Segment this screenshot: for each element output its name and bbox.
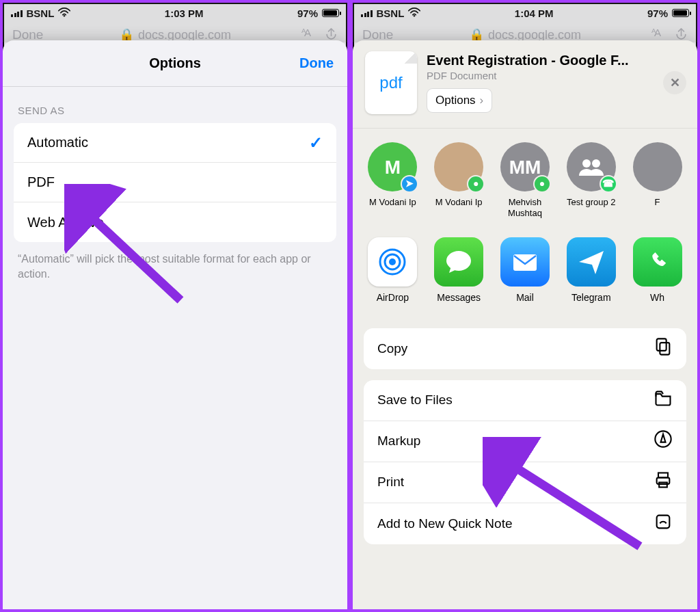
markup-icon: [654, 429, 673, 453]
action-markup[interactable]: Markup: [364, 421, 686, 462]
app-icon: [633, 237, 682, 287]
app-name: Mail: [496, 292, 554, 303]
phone-right: BSNL 1:04 PM 97% Done 🔒docs.google.com ᴬ…: [350, 0, 700, 612]
svg-point-4: [592, 159, 600, 168]
action-label: Print: [377, 475, 404, 490]
svg-rect-10: [657, 338, 667, 350]
contact-item[interactable]: F: [628, 142, 686, 219]
option-label: Web Archive: [27, 215, 104, 230]
avatar: MM●: [500, 142, 550, 191]
close-button[interactable]: ✕: [663, 71, 686, 94]
app-name: AirDrop: [364, 292, 422, 303]
action-add-to-new-quick-note[interactable]: Add to New Quick Note: [364, 503, 686, 544]
app-icon: [567, 237, 616, 287]
app-icon: [368, 237, 417, 287]
contact-item[interactable]: ●M Vodani Ip: [430, 142, 488, 219]
share-subtitle: PDF Document: [427, 70, 654, 81]
app-name: Wh: [628, 292, 686, 303]
contact-name: Mehvish Mushtaq: [496, 197, 554, 219]
svg-rect-14: [659, 483, 667, 488]
action-label: Add to New Quick Note: [377, 516, 512, 531]
app-item[interactable]: Telegram: [562, 237, 620, 303]
phone-left: BSNL 1:03 PM 97% Done 🔒docs.google.com ᴬ…: [0, 0, 350, 612]
avatar: M➤: [368, 142, 417, 191]
app-name: Messages: [430, 292, 488, 303]
action-save-to-files[interactable]: Save to Files: [364, 380, 686, 421]
contact-name: M Vodani Ip: [364, 197, 422, 208]
app-item[interactable]: Wh: [628, 237, 686, 303]
contact-item[interactable]: ☎Test group 2: [562, 142, 620, 219]
share-header: pdf Event Registration - Google F... PDF…: [353, 40, 697, 129]
avatar: [633, 142, 682, 191]
action-label: Save to Files: [377, 393, 453, 408]
contact-name: M Vodani Ip: [430, 197, 488, 208]
copy-icon: [654, 337, 673, 360]
avatar: ●: [434, 142, 483, 191]
option-web-archive[interactable]: Web Archive: [14, 202, 336, 242]
avatar: ☎: [567, 142, 616, 191]
note-icon: [654, 512, 673, 535]
action-label: Copy: [377, 341, 407, 356]
contact-name: F: [628, 197, 686, 208]
contacts-row[interactable]: M➤M Vodani Ip●M Vodani IpMM●Mehvish Mush…: [353, 129, 697, 232]
battery-icon: [672, 9, 689, 17]
send-as-label: SEND AS: [3, 87, 347, 123]
folder-icon: [654, 388, 673, 412]
chevron-right-icon: ›: [480, 94, 484, 107]
share-sheet: pdf Event Registration - Google F... PDF…: [353, 40, 697, 609]
done-button[interactable]: Done: [299, 55, 334, 71]
app-item[interactable]: Messages: [430, 237, 488, 303]
battery-icon: [322, 9, 339, 17]
option-automatic[interactable]: Automatic ✓: [14, 123, 336, 163]
share-title: Event Registration - Google F...: [427, 53, 654, 68]
option-label: PDF: [27, 174, 55, 190]
action-label: Markup: [377, 434, 420, 449]
contact-item[interactable]: MM●Mehvish Mushtaq: [496, 142, 554, 219]
options-hint: “Automatic” will pick the most suitable …: [3, 242, 347, 291]
actions-group-2: Save to FilesMarkupPrintAdd to New Quick…: [364, 380, 686, 544]
apps-row[interactable]: AirDropMessagesMailTelegramWh: [353, 232, 697, 319]
option-label: Automatic: [27, 135, 88, 150]
share-options-button[interactable]: Options ›: [427, 88, 492, 113]
app-item[interactable]: Mail: [496, 237, 554, 303]
actions-group-1: Copy: [364, 328, 686, 369]
print-icon: [654, 470, 673, 494]
svg-point-5: [389, 258, 396, 265]
app-icon: [500, 237, 550, 287]
app-item[interactable]: AirDrop: [364, 237, 422, 303]
action-print[interactable]: Print: [364, 462, 686, 503]
send-as-list: Automatic ✓ PDF Web Archive: [14, 123, 336, 242]
option-pdf[interactable]: PDF: [14, 163, 336, 202]
pdf-thumbnail: pdf: [365, 51, 417, 114]
checkmark-icon: ✓: [309, 133, 323, 152]
svg-rect-9: [660, 343, 669, 355]
options-title: Options: [149, 55, 201, 71]
options-header: Options Done: [3, 40, 347, 87]
svg-point-3: [582, 159, 591, 168]
contact-item[interactable]: M➤M Vodani Ip: [364, 142, 422, 219]
app-icon: [434, 237, 483, 287]
action-copy[interactable]: Copy: [364, 328, 686, 369]
options-sheet: Options Done SEND AS Automatic ✓ PDF Web…: [3, 40, 347, 609]
app-name: Telegram: [562, 292, 620, 303]
contact-name: Test group 2: [562, 197, 620, 208]
